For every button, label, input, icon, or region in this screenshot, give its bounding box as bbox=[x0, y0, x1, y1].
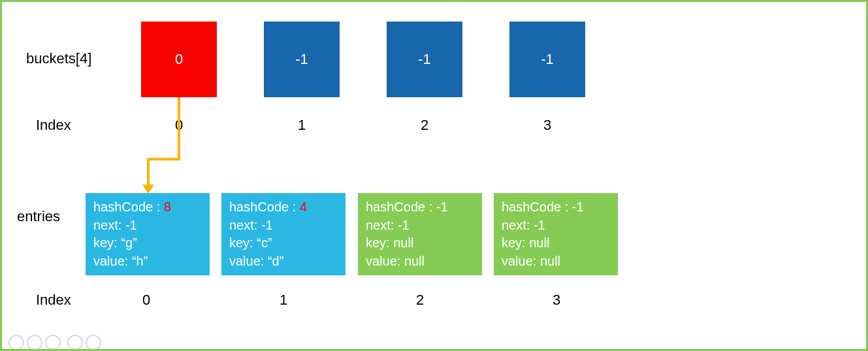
bucket-1: -1 bbox=[264, 22, 340, 97]
entry-index-2: 2 bbox=[416, 292, 424, 309]
bucket-index-row-label: Index bbox=[36, 117, 71, 134]
entry-key: key: null bbox=[366, 234, 474, 252]
diagram-frame: buckets[4] 0 -1 -1 -1 Index 0 1 2 3 entr… bbox=[0, 0, 868, 351]
entry-hashcode: hashCode : -1 bbox=[502, 198, 610, 217]
entry-key: key: “c” bbox=[229, 234, 338, 252]
entry-index-1: 1 bbox=[280, 292, 287, 309]
decorative-circle bbox=[86, 335, 101, 350]
decorative-circle bbox=[27, 335, 42, 350]
entry-value: value: “d” bbox=[229, 252, 338, 271]
arrow-segment-1 bbox=[178, 97, 180, 158]
entry-next: next: -1 bbox=[93, 217, 202, 235]
bucket-value: -1 bbox=[295, 51, 308, 68]
entry-1: hashCode : 4 next: -1 key: “c” value: “d… bbox=[221, 193, 346, 275]
entries-index-row-label: Index bbox=[36, 292, 71, 309]
entry-2: hashCode : -1 next: -1 key: null value: … bbox=[358, 193, 482, 275]
entry-0: hashCode : 8 next: -1 key: “g” value: “h… bbox=[86, 193, 210, 275]
entry-hashcode: hashCode : 4 bbox=[229, 198, 338, 217]
entry-value: value: null bbox=[366, 252, 474, 271]
entry-3: hashCode : -1 next: -1 key: null value: … bbox=[494, 193, 618, 275]
arrow-segment-2 bbox=[147, 158, 180, 160]
entry-index-0: 0 bbox=[142, 292, 150, 309]
bucket-2: -1 bbox=[387, 22, 462, 97]
bucket-value: -1 bbox=[418, 51, 431, 68]
entries-row-label: entries bbox=[17, 208, 60, 225]
buckets-row-label: buckets[4] bbox=[26, 50, 91, 67]
bucket-value: -1 bbox=[541, 51, 554, 68]
entry-hashcode: hashCode : -1 bbox=[366, 198, 474, 217]
bucket-index-1: 1 bbox=[298, 117, 306, 134]
entry-value: value: “h” bbox=[93, 252, 202, 271]
bucket-0: 0 bbox=[141, 22, 217, 97]
arrow-segment-3 bbox=[147, 158, 150, 185]
entry-next: next: -1 bbox=[229, 217, 338, 235]
entry-key: key: null bbox=[502, 234, 610, 252]
entry-next: next: -1 bbox=[366, 217, 474, 235]
entry-index-3: 3 bbox=[553, 292, 560, 309]
bucket-value: 0 bbox=[175, 51, 183, 68]
entry-next: next: -1 bbox=[502, 217, 610, 235]
decorative-circle bbox=[8, 335, 24, 350]
arrow-head-icon bbox=[142, 185, 154, 194]
entry-hashcode: hashCode : 8 bbox=[93, 198, 202, 217]
decorative-circle bbox=[45, 335, 61, 350]
decorative-circle bbox=[67, 335, 83, 350]
entry-value: value: null bbox=[502, 252, 610, 271]
bucket-index-2: 2 bbox=[421, 117, 428, 134]
bucket-3: -1 bbox=[509, 22, 585, 97]
bucket-index-3: 3 bbox=[543, 117, 551, 134]
entry-key: key: “g” bbox=[93, 234, 202, 252]
